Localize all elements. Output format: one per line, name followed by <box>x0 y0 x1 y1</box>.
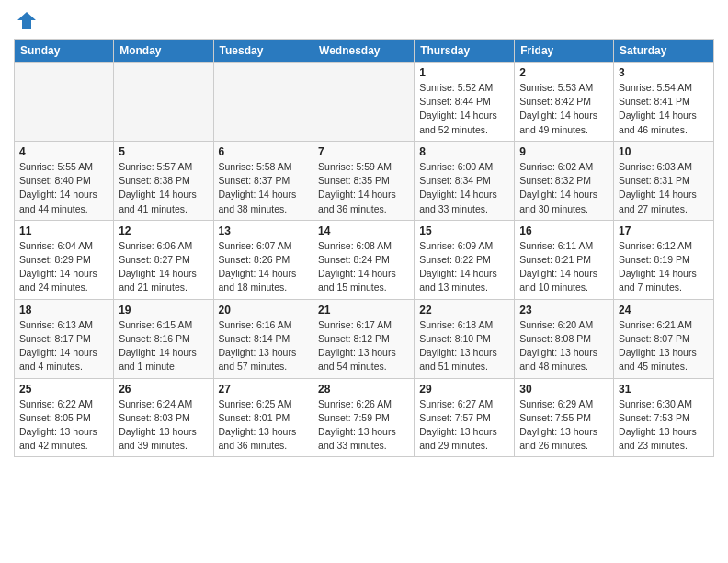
day-number: 31 <box>619 383 709 396</box>
day-number: 27 <box>219 383 309 396</box>
day-info: Sunrise: 6:29 AMSunset: 7:55 PMDaylight:… <box>519 397 609 454</box>
calendar-cell: 5Sunrise: 5:57 AMSunset: 8:38 PMDaylight… <box>114 141 213 220</box>
day-info: Sunrise: 6:12 AMSunset: 8:19 PMDaylight:… <box>619 239 709 295</box>
calendar-cell: 31Sunrise: 6:30 AMSunset: 7:53 PMDayligh… <box>614 378 714 457</box>
day-number: 19 <box>119 304 208 316</box>
calendar-cell: 30Sunrise: 6:29 AMSunset: 7:55 PMDayligh… <box>515 378 614 457</box>
calendar-cell: 17Sunrise: 6:12 AMSunset: 8:19 PMDayligh… <box>614 220 714 299</box>
day-number: 3 <box>619 66 709 79</box>
day-info: Sunrise: 5:53 AMSunset: 8:42 PMDaylight:… <box>519 81 609 137</box>
calendar-cell: 7Sunrise: 5:59 AMSunset: 8:35 PMDaylight… <box>313 141 415 220</box>
calendar-cell: 24Sunrise: 6:21 AMSunset: 8:07 PMDayligh… <box>614 299 714 378</box>
day-info: Sunrise: 5:59 AMSunset: 8:35 PMDaylight:… <box>318 160 409 216</box>
week-row-5: 25Sunrise: 6:22 AMSunset: 8:05 PMDayligh… <box>15 378 714 457</box>
page-header <box>14 9 714 31</box>
day-number: 23 <box>519 304 609 316</box>
day-number: 30 <box>519 383 609 396</box>
day-number: 14 <box>318 224 409 237</box>
day-number: 16 <box>519 224 609 237</box>
calendar-cell: 8Sunrise: 6:00 AMSunset: 8:34 PMDaylight… <box>415 141 515 220</box>
day-info: Sunrise: 6:13 AMSunset: 8:17 PMDaylight:… <box>19 318 108 374</box>
day-number: 11 <box>19 224 108 237</box>
day-number: 6 <box>219 145 309 158</box>
day-info: Sunrise: 6:30 AMSunset: 7:53 PMDaylight:… <box>619 397 709 454</box>
day-info: Sunrise: 6:04 AMSunset: 8:29 PMDaylight:… <box>19 239 108 295</box>
day-info: Sunrise: 6:00 AMSunset: 8:34 PMDaylight:… <box>419 160 509 216</box>
calendar-cell: 12Sunrise: 6:06 AMSunset: 8:27 PMDayligh… <box>114 220 213 299</box>
day-info: Sunrise: 6:09 AMSunset: 8:22 PMDaylight:… <box>419 239 509 295</box>
calendar-cell: 18Sunrise: 6:13 AMSunset: 8:17 PMDayligh… <box>15 299 114 378</box>
week-row-4: 18Sunrise: 6:13 AMSunset: 8:17 PMDayligh… <box>15 299 714 378</box>
day-number: 26 <box>119 383 208 396</box>
calendar-cell: 26Sunrise: 6:24 AMSunset: 8:03 PMDayligh… <box>114 378 213 457</box>
calendar-cell: 16Sunrise: 6:11 AMSunset: 8:21 PMDayligh… <box>515 220 614 299</box>
calendar-cell: 1Sunrise: 5:52 AMSunset: 8:44 PMDaylight… <box>415 63 515 142</box>
day-number: 29 <box>419 383 509 396</box>
day-info: Sunrise: 6:02 AMSunset: 8:32 PMDaylight:… <box>519 160 609 216</box>
calendar-cell <box>313 63 415 142</box>
header-wednesday: Wednesday <box>313 40 415 63</box>
day-info: Sunrise: 6:25 AMSunset: 8:01 PMDaylight:… <box>219 397 309 454</box>
logo <box>14 9 38 31</box>
day-info: Sunrise: 5:55 AMSunset: 8:40 PMDaylight:… <box>19 160 108 216</box>
calendar-cell: 4Sunrise: 5:55 AMSunset: 8:40 PMDaylight… <box>15 141 114 220</box>
day-number: 2 <box>519 66 609 79</box>
day-info: Sunrise: 5:52 AMSunset: 8:44 PMDaylight:… <box>419 81 509 137</box>
day-info: Sunrise: 6:07 AMSunset: 8:26 PMDaylight:… <box>219 239 309 295</box>
logo-icon <box>16 9 38 31</box>
day-info: Sunrise: 6:06 AMSunset: 8:27 PMDaylight:… <box>119 239 208 295</box>
day-number: 5 <box>119 145 208 158</box>
day-number: 28 <box>318 383 409 396</box>
calendar-body: 1Sunrise: 5:52 AMSunset: 8:44 PMDaylight… <box>15 63 714 457</box>
calendar-table: SundayMondayTuesdayWednesdayThursdayFrid… <box>14 39 714 457</box>
day-info: Sunrise: 6:21 AMSunset: 8:07 PMDaylight:… <box>619 318 709 374</box>
week-row-1: 1Sunrise: 5:52 AMSunset: 8:44 PMDaylight… <box>15 63 714 142</box>
calendar-cell: 20Sunrise: 6:16 AMSunset: 8:14 PMDayligh… <box>213 299 313 378</box>
header-monday: Monday <box>114 40 213 63</box>
day-number: 13 <box>219 224 309 237</box>
header-thursday: Thursday <box>415 40 515 63</box>
day-number: 12 <box>119 224 208 237</box>
day-number: 15 <box>419 224 509 237</box>
calendar-header: SundayMondayTuesdayWednesdayThursdayFrid… <box>15 40 714 63</box>
calendar-cell: 2Sunrise: 5:53 AMSunset: 8:42 PMDaylight… <box>515 63 614 142</box>
day-info: Sunrise: 6:15 AMSunset: 8:16 PMDaylight:… <box>119 318 208 374</box>
day-info: Sunrise: 5:54 AMSunset: 8:41 PMDaylight:… <box>619 81 709 137</box>
day-number: 17 <box>619 224 709 237</box>
calendar-cell: 11Sunrise: 6:04 AMSunset: 8:29 PMDayligh… <box>15 220 114 299</box>
calendar-cell <box>213 63 313 142</box>
calendar-cell: 21Sunrise: 6:17 AMSunset: 8:12 PMDayligh… <box>313 299 415 378</box>
calendar-cell: 25Sunrise: 6:22 AMSunset: 8:05 PMDayligh… <box>15 378 114 457</box>
day-info: Sunrise: 5:58 AMSunset: 8:37 PMDaylight:… <box>219 160 309 216</box>
day-number: 20 <box>219 304 309 316</box>
calendar-cell: 23Sunrise: 6:20 AMSunset: 8:08 PMDayligh… <box>515 299 614 378</box>
header-sunday: Sunday <box>15 40 114 63</box>
day-info: Sunrise: 5:57 AMSunset: 8:38 PMDaylight:… <box>119 160 208 216</box>
week-row-2: 4Sunrise: 5:55 AMSunset: 8:40 PMDaylight… <box>15 141 714 220</box>
day-info: Sunrise: 6:20 AMSunset: 8:08 PMDaylight:… <box>519 318 609 374</box>
day-info: Sunrise: 6:22 AMSunset: 8:05 PMDaylight:… <box>19 397 108 454</box>
day-info: Sunrise: 6:18 AMSunset: 8:10 PMDaylight:… <box>419 318 509 374</box>
calendar-cell: 19Sunrise: 6:15 AMSunset: 8:16 PMDayligh… <box>114 299 213 378</box>
day-info: Sunrise: 6:03 AMSunset: 8:31 PMDaylight:… <box>619 160 709 216</box>
day-info: Sunrise: 6:16 AMSunset: 8:14 PMDaylight:… <box>219 318 309 374</box>
header-tuesday: Tuesday <box>213 40 313 63</box>
day-number: 21 <box>318 304 409 316</box>
calendar-cell: 13Sunrise: 6:07 AMSunset: 8:26 PMDayligh… <box>213 220 313 299</box>
day-info: Sunrise: 6:17 AMSunset: 8:12 PMDaylight:… <box>318 318 409 374</box>
day-info: Sunrise: 6:27 AMSunset: 7:57 PMDaylight:… <box>419 397 509 454</box>
day-number: 7 <box>318 145 409 158</box>
day-info: Sunrise: 6:24 AMSunset: 8:03 PMDaylight:… <box>119 397 208 454</box>
day-number: 1 <box>419 66 509 79</box>
day-number: 4 <box>19 145 108 158</box>
calendar-cell <box>114 63 213 142</box>
calendar-cell: 22Sunrise: 6:18 AMSunset: 8:10 PMDayligh… <box>415 299 515 378</box>
calendar-cell: 3Sunrise: 5:54 AMSunset: 8:41 PMDaylight… <box>614 63 714 142</box>
day-info: Sunrise: 6:08 AMSunset: 8:24 PMDaylight:… <box>318 239 409 295</box>
day-number: 22 <box>419 304 509 316</box>
calendar-cell: 14Sunrise: 6:08 AMSunset: 8:24 PMDayligh… <box>313 220 415 299</box>
day-info: Sunrise: 6:26 AMSunset: 7:59 PMDaylight:… <box>318 397 409 454</box>
header-saturday: Saturday <box>614 40 714 63</box>
day-number: 25 <box>19 383 108 396</box>
day-number: 9 <box>519 145 609 158</box>
